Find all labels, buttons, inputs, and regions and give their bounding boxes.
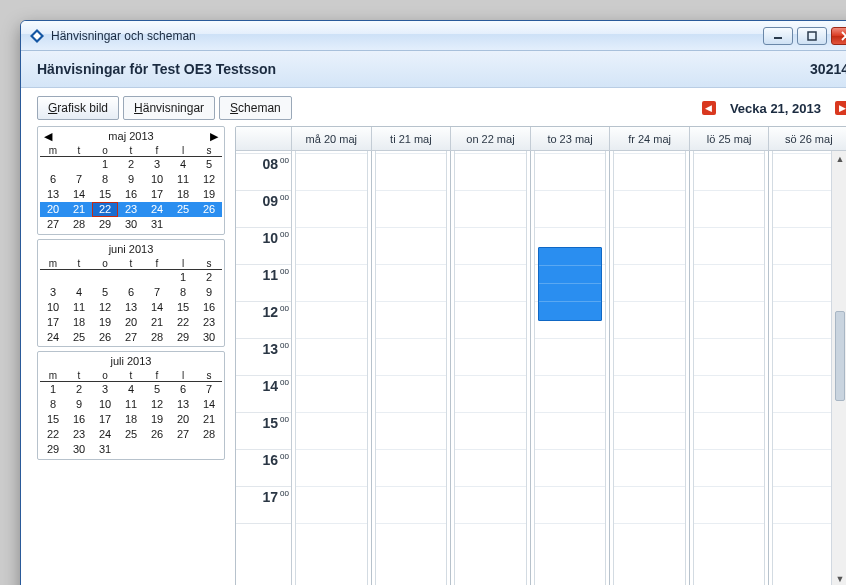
tab-scheman[interactable]: Scheman xyxy=(219,96,292,120)
calendar-day[interactable]: 3 xyxy=(40,284,66,299)
day-column[interactable] xyxy=(372,151,452,585)
calendar-day[interactable]: 12 xyxy=(196,172,222,187)
calendar-day[interactable]: 16 xyxy=(118,187,144,202)
minimize-button[interactable] xyxy=(763,27,793,45)
calendar-day[interactable]: 14 xyxy=(144,299,170,314)
day-header[interactable]: sö 26 maj xyxy=(769,127,846,150)
calendar-day[interactable]: 5 xyxy=(92,284,118,299)
day-header[interactable]: ti 21 maj xyxy=(372,127,452,150)
calendar-day[interactable]: 10 xyxy=(144,172,170,187)
calendar-day[interactable]: 31 xyxy=(92,442,118,457)
calendar-day[interactable]: 6 xyxy=(40,172,66,187)
prev-month-button[interactable]: ◀ xyxy=(44,130,52,143)
calendar-day[interactable]: 7 xyxy=(66,172,92,187)
calendar-day[interactable]: 25 xyxy=(118,427,144,442)
calendar-day[interactable]: 29 xyxy=(170,329,196,344)
calendar-day[interactable]: 18 xyxy=(66,314,92,329)
calendar-day[interactable]: 11 xyxy=(170,172,196,187)
calendar-day[interactable]: 7 xyxy=(196,382,222,397)
calendar-day[interactable]: 26 xyxy=(144,427,170,442)
calendar-day[interactable]: 29 xyxy=(92,217,118,232)
day-header[interactable]: to 23 maj xyxy=(531,127,611,150)
calendar-day[interactable]: 30 xyxy=(196,329,222,344)
close-button[interactable] xyxy=(831,27,846,45)
calendar-day[interactable]: 13 xyxy=(40,187,66,202)
calendar-day[interactable]: 24 xyxy=(40,329,66,344)
vertical-scrollbar[interactable]: ▲ ▼ xyxy=(831,151,846,585)
calendar-day[interactable]: 13 xyxy=(118,299,144,314)
day-column[interactable] xyxy=(690,151,770,585)
day-header[interactable]: on 22 maj xyxy=(451,127,531,150)
calendar-day[interactable]: 5 xyxy=(196,157,222,172)
calendar-day[interactable]: 12 xyxy=(144,397,170,412)
day-header[interactable]: fr 24 maj xyxy=(610,127,690,150)
calendar-day[interactable]: 21 xyxy=(66,202,92,217)
calendar-day[interactable]: 3 xyxy=(92,382,118,397)
calendar-day[interactable]: 29 xyxy=(40,442,66,457)
calendar-day[interactable]: 8 xyxy=(92,172,118,187)
calendar-day[interactable]: 11 xyxy=(118,397,144,412)
calendar-day[interactable]: 1 xyxy=(92,157,118,172)
calendar-day[interactable]: 14 xyxy=(66,187,92,202)
calendar-day[interactable]: 4 xyxy=(66,284,92,299)
calendar-day[interactable]: 15 xyxy=(40,412,66,427)
calendar-day[interactable]: 8 xyxy=(170,284,196,299)
day-column[interactable] xyxy=(610,151,690,585)
calendar-day[interactable]: 13 xyxy=(170,397,196,412)
calendar-day[interactable]: 2 xyxy=(66,382,92,397)
calendar-day[interactable]: 18 xyxy=(118,412,144,427)
calendar-day[interactable]: 22 xyxy=(92,202,118,217)
calendar-day[interactable]: 19 xyxy=(196,187,222,202)
calendar-day[interactable]: 27 xyxy=(170,427,196,442)
calendar-day[interactable]: 6 xyxy=(118,284,144,299)
calendar-day[interactable]: 3 xyxy=(144,157,170,172)
calendar-day[interactable]: 5 xyxy=(144,382,170,397)
calendar-day[interactable]: 2 xyxy=(118,157,144,172)
calendar-day[interactable]: 28 xyxy=(66,217,92,232)
calendar-event[interactable] xyxy=(538,247,603,321)
calendar-day[interactable]: 8 xyxy=(40,397,66,412)
calendar-day[interactable]: 25 xyxy=(66,329,92,344)
calendar-day[interactable]: 10 xyxy=(40,299,66,314)
tab-grafisk-bild[interactable]: Grafisk bild xyxy=(37,96,119,120)
prev-week-button[interactable]: ◀ xyxy=(702,101,716,115)
calendar-day[interactable]: 1 xyxy=(40,382,66,397)
calendar-day[interactable]: 17 xyxy=(144,187,170,202)
calendar-day[interactable]: 25 xyxy=(170,202,196,217)
calendar-day[interactable]: 17 xyxy=(92,412,118,427)
titlebar[interactable]: Hänvisningar och scheman xyxy=(21,21,846,51)
calendar-day[interactable]: 31 xyxy=(144,217,170,232)
calendar-day[interactable]: 9 xyxy=(66,397,92,412)
calendar-day[interactable]: 10 xyxy=(92,397,118,412)
next-month-button[interactable]: ▶ xyxy=(210,130,218,143)
tab-hänvisningar[interactable]: Hänvisningar xyxy=(123,96,215,120)
scroll-up-button[interactable]: ▲ xyxy=(832,151,846,167)
calendar-day[interactable]: 18 xyxy=(170,187,196,202)
scroll-thumb[interactable] xyxy=(835,311,845,401)
calendar-day[interactable]: 16 xyxy=(196,299,222,314)
calendar-day[interactable]: 22 xyxy=(40,427,66,442)
calendar-day[interactable]: 11 xyxy=(66,299,92,314)
calendar-day[interactable]: 9 xyxy=(118,172,144,187)
calendar-day[interactable]: 1 xyxy=(170,269,196,284)
day-column[interactable] xyxy=(451,151,531,585)
calendar-day[interactable]: 2 xyxy=(196,269,222,284)
calendar-day[interactable]: 9 xyxy=(196,284,222,299)
calendar-day[interactable]: 24 xyxy=(92,427,118,442)
calendar-day[interactable]: 21 xyxy=(144,314,170,329)
day-header[interactable]: må 20 maj xyxy=(292,127,372,150)
scroll-down-button[interactable]: ▼ xyxy=(832,571,846,585)
calendar-day[interactable]: 24 xyxy=(144,202,170,217)
calendar-day[interactable]: 12 xyxy=(92,299,118,314)
calendar-day[interactable]: 27 xyxy=(118,329,144,344)
calendar-day[interactable]: 15 xyxy=(170,299,196,314)
calendar-day[interactable]: 4 xyxy=(170,157,196,172)
calendar-day[interactable]: 6 xyxy=(170,382,196,397)
calendar-day[interactable]: 26 xyxy=(196,202,222,217)
calendar-day[interactable]: 23 xyxy=(66,427,92,442)
day-column[interactable] xyxy=(292,151,372,585)
calendar-day[interactable]: 20 xyxy=(118,314,144,329)
calendar-day[interactable]: 30 xyxy=(118,217,144,232)
calendar-day[interactable]: 21 xyxy=(196,412,222,427)
calendar-day[interactable]: 16 xyxy=(66,412,92,427)
